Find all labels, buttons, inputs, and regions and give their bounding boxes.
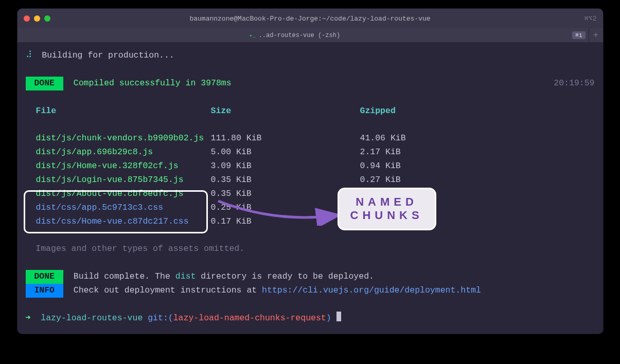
file-name: dist/css/Home-vue.c87dc217.css [26, 215, 211, 229]
compiled-text: Compiled successfully in 3978ms [63, 77, 232, 90]
minimize-button[interactable] [34, 15, 40, 22]
file-row: dist/css/Home-vue.c87dc217.css0.17 KiB0.… [26, 215, 595, 229]
file-gzipped: 0.27 KiB [360, 173, 401, 187]
build-text-1: Build complete. The [63, 270, 175, 284]
callout-line-2: CHUNKS [350, 209, 423, 222]
file-row: dist/js/About-vue.cbf8edfc.js0.35 KiB0.2… [26, 187, 595, 201]
info-line: INFO Check out deployment instructions a… [26, 284, 595, 298]
info-badge: INFO [26, 284, 63, 298]
tab-bar: ▸_ ..ad-routes-vue (-zsh) ⌘1 + [17, 28, 603, 43]
file-gzipped: 0.94 KiB [360, 159, 401, 173]
window-titlebar: baumannzone@MacBook-Pro-de-Jorge:~/code/… [17, 9, 603, 28]
deployment-link[interactable]: https://cli.vuejs.org/guide/deployment.h… [262, 284, 481, 298]
file-size: 0.35 KiB [211, 173, 360, 187]
maximize-button[interactable] [44, 15, 50, 22]
file-row: dist/css/app.5c9713c3.css0.25 KiB0.19 Ki… [26, 201, 595, 215]
prompt-line: ➜ lazy-load-routes-vue git:( lazy-load-n… [26, 312, 595, 325]
prompt-arrow-icon: ➜ [26, 312, 41, 325]
file-name: dist/css/app.5c9713c3.css [26, 201, 211, 215]
file-gzipped: 2.17 KiB [360, 145, 401, 159]
file-size: 111.80 KiB [211, 132, 360, 145]
file-name: dist/js/app.696b29c8.js [26, 145, 211, 159]
file-name: dist/js/About-vue.cbf8edfc.js [26, 187, 211, 201]
tab-label: ..ad-routes-vue (-zsh) [259, 32, 340, 39]
timestamp: 20:19:59 [554, 77, 594, 90]
titlebar-shortcut: ⌘⌥2 [584, 14, 596, 23]
file-name: dist/js/Home-vue.328f02cf.js [26, 159, 211, 173]
window-title: baumannzone@MacBook-Pro-de-Jorge:~/code/… [189, 15, 430, 23]
building-text: Building for production... [32, 49, 174, 63]
terminal-window: baumannzone@MacBook-Pro-de-Jorge:~/code/… [17, 8, 604, 334]
file-row: dist/js/Home-vue.328f02cf.js3.09 KiB0.94… [26, 159, 595, 173]
tab-shortcut-badge: ⌘1 [572, 31, 585, 39]
dist-word: dist [175, 270, 196, 284]
terminal-body[interactable]: ⠼ Building for production... DONE Compil… [17, 43, 603, 334]
new-tab-button[interactable]: + [589, 28, 603, 42]
file-row: dist/js/app.696b29c8.js5.00 KiB2.17 KiB [26, 145, 595, 159]
file-name: dist/js/Login-vue.875b7345.js [26, 173, 211, 187]
file-row: dist/js/chunk-vendors.b9909b02.js111.80 … [26, 132, 595, 145]
build-text-2: directory is ready to be deployed. [196, 270, 374, 284]
prompt-git-close: ) [326, 312, 336, 325]
file-gzipped: 41.06 KiB [360, 132, 406, 145]
prompt-path: lazy-load-routes-vue [41, 312, 143, 325]
terminal-icon: ▸_ [250, 32, 256, 39]
build-complete-line: DONE Build complete. The dist directory … [26, 270, 595, 284]
traffic-lights [24, 15, 50, 22]
header-size: Size [211, 104, 360, 118]
prompt-git-label: git:( [143, 312, 173, 325]
prompt-branch: lazy-load-named-chunks-request [173, 312, 326, 325]
callout-line-1: NAMED [350, 195, 423, 209]
building-line: ⠼ Building for production... [26, 49, 595, 63]
file-size: 5.00 KiB [211, 145, 360, 159]
omitted-text: Images and other types of assets omitted… [26, 242, 245, 256]
spinner-icon: ⠼ [26, 49, 32, 63]
file-size: 3.09 KiB [211, 159, 360, 173]
file-name: dist/js/chunk-vendors.b9909b02.js [26, 132, 211, 145]
terminal-tab[interactable]: ▸_ ..ad-routes-vue (-zsh) [17, 28, 573, 42]
compiled-line: DONE Compiled successfully in 3978ms 20:… [26, 77, 595, 90]
named-chunks-callout: NAMED CHUNKS [338, 188, 436, 230]
header-gzipped: Gzipped [360, 104, 396, 118]
file-row: dist/js/Login-vue.875b7345.js0.35 KiB0.2… [26, 173, 595, 187]
omitted-line: Images and other types of assets omitted… [26, 242, 595, 256]
cursor [336, 312, 341, 321]
table-header: File Size Gzipped [26, 104, 595, 118]
close-button[interactable] [24, 15, 30, 22]
done-badge-2: DONE [26, 270, 63, 284]
info-text: Check out deployment instructions at [63, 284, 262, 298]
header-file: File [26, 104, 211, 118]
done-badge: DONE [26, 77, 63, 90]
